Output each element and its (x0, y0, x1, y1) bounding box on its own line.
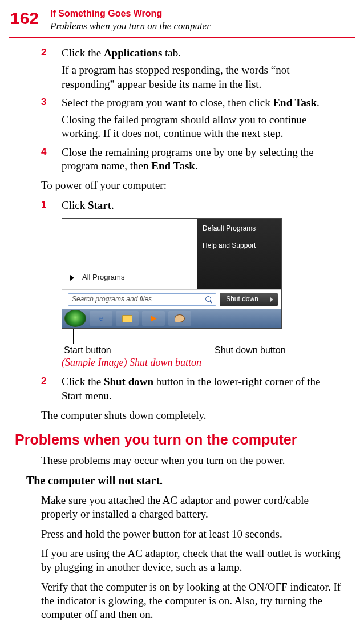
search-input[interactable]: Search programs and files (68, 293, 216, 306)
step-3: 3 Select the program you want to close, … (41, 96, 341, 110)
taskbar-ie-icon[interactable]: e (90, 311, 112, 326)
step-body: Click the Applications tab. (62, 46, 341, 60)
callout-label-start: Start button (64, 345, 111, 357)
all-programs-item[interactable]: All Programs (70, 273, 124, 282)
taskbar-media-icon[interactable]: ▶ (142, 311, 165, 326)
text: . (111, 199, 114, 211)
poweroff-step-2: 2 Click the Shut down button in the lowe… (41, 375, 341, 403)
start-menu-screenshot: All Programs Default Programs Help and S… (62, 218, 282, 329)
poweroff-intro: To power off your computer: (41, 179, 341, 192)
bold-term: Start (88, 199, 111, 211)
shutdown-button[interactable]: Shut down (220, 293, 265, 306)
step-number: 4 (41, 146, 62, 173)
shutdown-button-group: Shut down (220, 293, 278, 306)
paragraph: Verify that the computer is on by lookin… (41, 580, 341, 622)
chevron-right-icon (270, 297, 273, 302)
step-follow: Closing the failed program should allow … (62, 113, 341, 141)
folder-icon (122, 315, 132, 322)
poweroff-result: The computer shuts down completely. (41, 409, 341, 422)
paragraph: Make sure you attached the AC adaptor an… (41, 494, 341, 522)
section-intro: These problems may occur when you turn o… (41, 454, 341, 467)
page-number: 162 (0, 7, 50, 29)
start-menu-bottom-row: Search programs and files Shut down (62, 289, 281, 309)
search-icon (205, 296, 212, 303)
search-placeholder: Search programs and files (72, 295, 152, 304)
text: tab. (162, 47, 181, 59)
subheading: The computer will not start. (26, 473, 341, 488)
text: Click (62, 199, 88, 211)
step-number: 1 (41, 199, 62, 212)
text: Click the (62, 47, 104, 59)
callout-line-start (73, 329, 74, 344)
shutdown-options-button[interactable] (265, 293, 278, 306)
bold-term: End Task (273, 96, 317, 108)
triangle-right-icon (70, 275, 74, 281)
callout-line-shutdown (233, 329, 233, 344)
step-number: 3 (41, 96, 62, 110)
figure-caption: (Sample Image) Shut down button (62, 356, 341, 369)
start-menu-figure: All Programs Default Programs Help and S… (62, 218, 341, 354)
bold-term: Shut down (104, 375, 153, 387)
all-programs-label: All Programs (82, 273, 124, 282)
start-button[interactable] (64, 310, 86, 327)
chapter-title: If Something Goes Wrong (50, 8, 211, 20)
page-header: 162 If Something Goes Wrong Problems whe… (0, 0, 364, 35)
step-body: Close the remaining programs one by one … (62, 146, 341, 173)
taskbar-paint-icon[interactable] (168, 311, 191, 326)
step-follow: If a program has stopped responding, the… (62, 63, 341, 91)
text: . (195, 160, 198, 172)
start-menu-left-pane: All Programs (62, 219, 197, 289)
section-title: Problems when you turn on the computer (50, 20, 211, 33)
poweroff-step-1: 1 Click Start. (41, 199, 341, 212)
start-menu-top: All Programs Default Programs Help and S… (62, 219, 281, 289)
menu-item-help-support[interactable]: Help and Support (203, 241, 276, 251)
bold-term: Applications (104, 47, 162, 59)
text: Click the (62, 375, 104, 387)
step-2: 2 Click the Applications tab. (41, 46, 341, 60)
paragraph: Press and hold the power button for at l… (41, 527, 341, 541)
step-number: 2 (41, 46, 62, 60)
menu-item-default-programs[interactable]: Default Programs (203, 224, 276, 233)
header-rule (9, 37, 355, 38)
step-4: 4 Close the remaining programs one by on… (41, 146, 341, 173)
header-titles: If Something Goes Wrong Problems when yo… (50, 7, 211, 33)
step-number: 2 (41, 375, 62, 403)
bold-term: End Task (151, 160, 195, 172)
step-body: Select the program you want to close, th… (62, 96, 341, 110)
text: Select the program you want to close, th… (62, 96, 273, 108)
text: . (317, 96, 319, 108)
step-body: Click the Shut down button in the lower-… (62, 375, 341, 403)
section-heading: Problems when you turn on the computer (15, 430, 341, 449)
step-body: Click Start. (62, 199, 341, 212)
page-content: 2 Click the Applications tab. If a progr… (0, 46, 364, 622)
callout-label-shutdown: Shut down button (215, 345, 286, 357)
paragraph: If you are using the AC adaptor, check t… (41, 547, 341, 575)
start-menu-right-pane: Default Programs Help and Support (197, 219, 281, 289)
palette-icon (175, 314, 185, 322)
taskbar: e ▶ (62, 309, 281, 328)
taskbar-explorer-icon[interactable] (116, 311, 139, 326)
figure-callouts: Start button Shut down button (62, 329, 282, 354)
